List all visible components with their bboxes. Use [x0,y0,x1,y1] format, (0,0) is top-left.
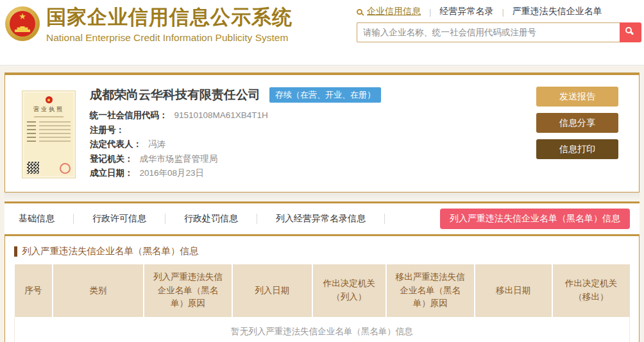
col-inclusion-reason: 列入严重违法失信企业名单（黑名单）原因 [144,264,232,317]
search-button[interactable] [620,22,641,42]
site-header: ★ 国家企业信用信息公示系统 National Enterprise Credi… [0,0,644,65]
field-label: 登记机关： [90,153,133,165]
site-title: 国家企业信用信息公示系统 [46,4,292,31]
empty-message: 暂无列入严重违法失信企业名单（黑名单）信息 [15,317,630,342]
license-emblem-icon [46,96,53,103]
field-registration-authority: 登记机关： 成华市场监督管理局 [90,153,530,168]
send-report-button[interactable]: 发送报告 [536,87,618,107]
company-summary-card: 营业执照 成都荣尚云华科技有限责任公司 存续（在营、开业、在册） 统一社会信用代… [4,73,640,192]
col-deciding-authority-removal: 作出决定机关（移出） [552,264,630,317]
top-nav: 企业信用信息 | 经营异常名录 | 严重违法失信企业名单 [357,5,641,18]
share-info-button[interactable]: 信息分享 [536,113,618,133]
field-value: 91510108MA61XB4T1H [174,110,268,120]
license-qr-code [27,162,39,174]
blacklist-table: 序号 类别 列入严重违法失信企业名单（黑名单）原因 列入日期 作出决定机关（列入… [14,264,630,342]
table-empty-row: 暂无列入严重违法失信企业名单（黑名单）信息 [15,317,630,342]
license-title: 营业执照 [27,105,71,114]
nav-link-credit-info[interactable]: 企业信用信息 [367,6,421,17]
field-value: 冯涛 [148,139,165,150]
info-tabs: 基础信息 行政许可信息 行政处罚信息 列入经营异常名录信息 列入严重违法失信企业… [4,201,640,236]
col-deciding-authority-inclusion: 作出决定机关（列入） [312,264,386,317]
nav-separator: | [502,7,504,17]
blacklist-section: 列入严重违法失信企业名单（黑名单）信息 序号 类别 列入严重违法失信企业名单（黑… [4,236,640,342]
search-input[interactable] [357,22,620,42]
national-emblem-icon: ★ [5,6,40,41]
nav-separator: | [429,7,431,17]
business-license-image: 营业执照 [22,90,76,178]
field-label: 法定代表人： [90,139,142,150]
nav-link-abnormal-list[interactable]: 经营异常名录 [439,6,493,17]
license-seal [60,163,71,174]
tab-administrative-license[interactable]: 行政许可信息 [92,213,146,225]
tab-abnormal-operation-list[interactable]: 列入经营异常名录信息 [276,213,366,225]
field-value: 2016年08月23日 [140,167,205,179]
site-subtitle: National Enterprise Credit Information P… [46,32,292,44]
col-inclusion-date: 列入日期 [232,264,312,317]
field-label: 统一社会信用代码： [90,110,168,121]
col-removal-date: 移出日期 [475,264,552,317]
field-credit-code: 统一社会信用代码： 91510108MA61XB4T1H [90,110,530,124]
nav-link-blacklist[interactable]: 严重违法失信企业名单 [513,6,602,17]
field-legal-representative: 法定代表人： 冯涛 [90,139,530,153]
field-label: 成立日期： [90,167,133,179]
field-registration-number: 注册号： [90,124,530,139]
print-info-button[interactable]: 信息打印 [536,139,618,159]
table-header-row: 序号 类别 列入严重违法失信企业名单（黑名单）原因 列入日期 作出决定机关（列入… [15,264,630,317]
field-establishment-date: 成立日期： 2016年08月23日 [90,167,530,182]
site-logo: ★ 国家企业信用信息公示系统 National Enterprise Credi… [5,4,292,44]
col-removal-reason: 移出严重违法失信企业名单（黑名单）原因 [386,264,475,317]
col-category: 类别 [53,264,144,317]
tab-administrative-penalty[interactable]: 行政处罚信息 [184,213,238,225]
section-title-marker [14,246,17,257]
tab-blacklist[interactable]: 列入严重违法失信企业名单（黑名单）信息 [440,209,630,229]
col-serial-number: 序号 [15,264,53,317]
card-divider [4,192,640,201]
tab-basic-info[interactable]: 基础信息 [19,213,55,225]
company-name: 成都荣尚云华科技有限责任公司 [90,87,260,103]
field-label: 注册号： [90,124,124,136]
search-icon [357,9,362,15]
field-value: 成华市场监督管理局 [140,153,218,165]
section-title: 列入严重违法失信企业名单（黑名单）信息 [22,245,199,257]
search-icon [625,27,632,33]
status-badge: 存续（在营、开业、在册） [269,87,381,103]
